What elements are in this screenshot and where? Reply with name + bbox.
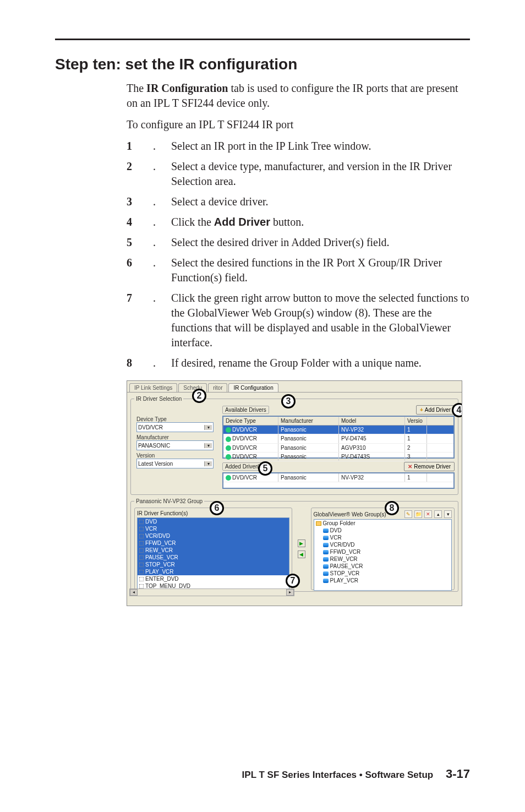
web-group-toolbar: ✎ 📁 ✕ ▴ ▾ bbox=[404, 510, 452, 518]
step-text: Select the desired functions in the IR P… bbox=[171, 255, 470, 285]
scroll-right-icon[interactable]: ▸ bbox=[286, 589, 294, 596]
driver-icon bbox=[226, 427, 231, 433]
list-item[interactable]: VCR bbox=[314, 534, 451, 541]
file-icon bbox=[139, 527, 144, 531]
table-row[interactable]: DVD/VCRPanasonicNV-VP321 bbox=[223, 473, 453, 482]
callout-5: 5 bbox=[258, 461, 272, 476]
folder-icon bbox=[316, 521, 321, 526]
edit-icon[interactable]: ✎ bbox=[404, 510, 412, 518]
step-text: If desired, rename the Group Folder with… bbox=[171, 356, 470, 370]
intro-p1-bold: IR Configuration bbox=[146, 82, 228, 94]
col-model[interactable]: Model bbox=[339, 417, 405, 425]
list-item[interactable]: PAUSE_VCR bbox=[138, 554, 289, 561]
table-row[interactable]: DVD/VCRPanasonicAGVP3102 bbox=[223, 444, 453, 453]
scroll-left-icon[interactable]: ◂ bbox=[130, 589, 138, 596]
callout-7: 7 bbox=[286, 574, 300, 588]
intro-p2: To configure an IPL T SFI244 IR port bbox=[127, 117, 470, 132]
version-label: Version bbox=[136, 453, 219, 459]
step-6: 6. Select the desired functions in the I… bbox=[127, 255, 470, 285]
list-item[interactable]: VCR/DVD bbox=[314, 541, 451, 548]
col-device-type[interactable]: Device Type bbox=[223, 417, 278, 425]
delete-folder-icon[interactable]: ✕ bbox=[424, 510, 432, 518]
add-driver-label: Add Driver bbox=[425, 407, 451, 413]
callout-4: 4 bbox=[452, 403, 462, 417]
list-item[interactable]: PLAY_VCR bbox=[314, 577, 451, 584]
web-groups-tree[interactable]: Group Folder DVD VCR VCR/DVD FFWD_VCR RE… bbox=[314, 519, 452, 591]
move-right-button[interactable]: ▶ bbox=[298, 539, 305, 547]
intro-p1: The IR Configuration tab is used to conf… bbox=[127, 81, 470, 111]
driver-icon bbox=[226, 445, 231, 451]
list-item[interactable]: REW_VCR bbox=[138, 547, 289, 554]
driver-selection-controls: Device Type DVD/VCR▾ Manufacturer PANASO… bbox=[136, 414, 219, 468]
list-item[interactable]: VCR/DVD bbox=[138, 532, 289, 539]
tab-ir-config[interactable]: IR Configuration bbox=[228, 383, 278, 392]
list-item[interactable]: ENTER_DVD bbox=[138, 575, 289, 582]
file-icon bbox=[139, 520, 144, 524]
move-left-button[interactable]: ◀ bbox=[298, 551, 305, 558]
step-4: 4. Click the Add Driver button. bbox=[127, 215, 470, 230]
remove-driver-button[interactable]: ✕Remove Driver bbox=[404, 462, 455, 471]
file-icon bbox=[139, 563, 144, 567]
driver-icon bbox=[226, 475, 231, 481]
step4-pre: Click the bbox=[171, 216, 214, 228]
file-icon bbox=[139, 577, 144, 581]
list-item[interactable]: DVD bbox=[138, 518, 289, 525]
tab-ip-link[interactable]: IP Link Settings bbox=[129, 383, 177, 392]
col-manufacturer[interactable]: Manufacturer bbox=[278, 417, 339, 425]
table-row[interactable]: DVD/VCRPanasonicPV-D47451 bbox=[223, 434, 453, 443]
table-row[interactable]: DVD/VCRPanasonicNV-VP321 bbox=[223, 426, 453, 434]
step-num: 7 bbox=[127, 291, 138, 350]
callout-8: 8 bbox=[385, 501, 399, 515]
group-legend: Panasonic NV-VP32 Group bbox=[134, 498, 204, 504]
manufacturer-label: Manufacturer bbox=[136, 434, 219, 440]
list-item[interactable]: VCR bbox=[138, 525, 289, 532]
ir-functions-list[interactable]: DVD VCR VCR/DVD FFWD_VCR REW_VCR PAUSE_V… bbox=[137, 517, 289, 589]
available-drivers-grid[interactable]: Device Type Manufacturer Model Versio DV… bbox=[222, 416, 455, 459]
step-7: 7. Click the green right arrow button to… bbox=[127, 291, 470, 350]
list-item[interactable]: FFWD_VCR bbox=[314, 548, 451, 555]
version-combo[interactable]: Latest Version▾ bbox=[136, 459, 214, 468]
step-5: 5. Select the desired driver in Added Dr… bbox=[127, 235, 470, 250]
list-item[interactable]: STOP_VCR bbox=[314, 570, 451, 577]
file-icon bbox=[139, 584, 144, 588]
new-folder-icon[interactable]: 📁 bbox=[414, 510, 422, 518]
step-num: 1 bbox=[127, 139, 138, 154]
ir-icon bbox=[323, 543, 329, 547]
callout-2: 2 bbox=[192, 389, 206, 403]
ir-icon bbox=[323, 536, 329, 540]
list-item[interactable]: REW_VCR bbox=[314, 555, 451, 563]
col-version[interactable]: Versio bbox=[405, 417, 427, 425]
callout-6: 6 bbox=[210, 501, 224, 515]
step-text: Select an IR port in the IP Link Tree wi… bbox=[171, 139, 470, 154]
list-item[interactable]: FFWD_VCR bbox=[138, 539, 289, 547]
step-num: 3 bbox=[127, 194, 138, 209]
ir-driver-selection-legend: IR Driver Selection bbox=[134, 396, 183, 402]
tab-bar: IP Link Settings Schedu ritor IR Configu… bbox=[127, 381, 462, 392]
tree-root[interactable]: Group Folder bbox=[314, 520, 451, 527]
callout-3: 3 bbox=[281, 394, 296, 408]
list-item[interactable]: DVD bbox=[314, 527, 451, 534]
table-row[interactable]: DVD/VCRPanasonicPV-D4743S3 bbox=[223, 453, 453, 461]
list-item[interactable]: PLAY_VCR bbox=[138, 568, 289, 575]
driver-icon bbox=[226, 437, 231, 442]
tab-monitor[interactable]: ritor bbox=[208, 383, 227, 392]
down-icon[interactable]: ▾ bbox=[444, 510, 452, 518]
manufacturer-combo[interactable]: PANASONIC▾ bbox=[136, 440, 214, 450]
version-value: Latest Version bbox=[138, 461, 173, 467]
chevron-down-icon: ▾ bbox=[204, 425, 212, 430]
device-type-combo[interactable]: DVD/VCR▾ bbox=[136, 422, 214, 432]
step-num: 8 bbox=[127, 356, 138, 370]
manufacturer-value: PANASONIC bbox=[138, 443, 170, 449]
horizontal-scrollbar[interactable]: ◂ ▸ bbox=[129, 588, 294, 596]
remove-driver-label: Remove Driver bbox=[414, 464, 451, 470]
add-driver-button[interactable]: +Add Driver bbox=[416, 405, 455, 415]
footer-text: IPL T SF Series Interfaces • Software Se… bbox=[242, 770, 434, 780]
list-item[interactable]: PAUSE_VCR bbox=[314, 563, 451, 570]
file-icon bbox=[139, 548, 144, 553]
list-item[interactable]: STOP_VCR bbox=[138, 561, 289, 568]
file-icon bbox=[139, 570, 144, 574]
step-num: 6 bbox=[127, 255, 138, 285]
up-icon[interactable]: ▴ bbox=[434, 510, 442, 518]
added-drivers-grid[interactable]: DVD/VCRPanasonicNV-VP321 bbox=[222, 472, 455, 489]
chevron-down-icon: ▾ bbox=[204, 443, 212, 448]
